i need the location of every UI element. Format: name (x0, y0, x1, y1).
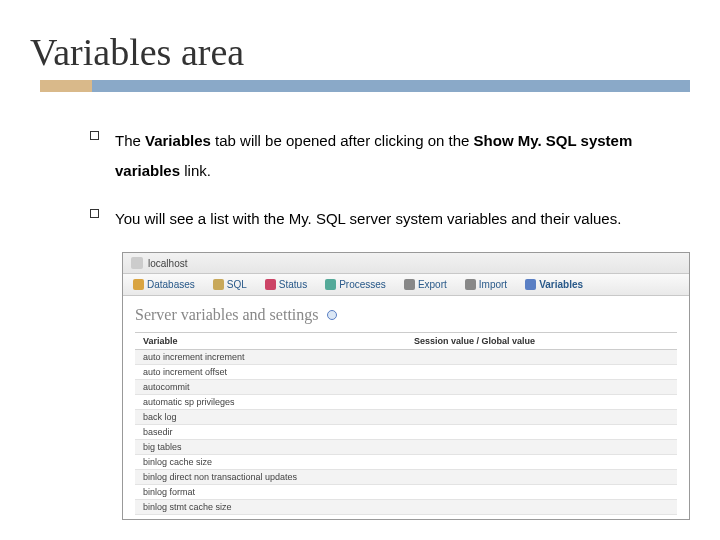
tab-label: Databases (147, 279, 195, 290)
table-row: auto increment increment (135, 350, 677, 365)
table-row: auto increment offset (135, 365, 677, 380)
breadcrumb-host: localhost (148, 258, 187, 269)
bullet-fragment: The (115, 132, 145, 149)
slide: Variables area The Variables tab will be… (0, 0, 720, 540)
var-name: auto increment offset (135, 365, 406, 379)
var-value (406, 425, 677, 439)
var-name: autocommit (135, 380, 406, 394)
bullet-text: You will see a list with the My. SQL ser… (115, 204, 621, 234)
var-value (406, 455, 677, 469)
var-value (406, 350, 677, 364)
var-name: binlog format (135, 485, 406, 499)
var-value (406, 395, 677, 409)
sql-icon (213, 279, 224, 290)
tab-label: SQL (227, 279, 247, 290)
bullet-bold: Variables (145, 132, 211, 149)
var-name: binlog direct non transactional updates (135, 470, 406, 484)
tab-label: Status (279, 279, 307, 290)
import-icon (465, 279, 476, 290)
table-header: Variable Session value / Global value (135, 332, 677, 350)
col-variable: Variable (135, 333, 406, 349)
var-name: automatic sp privileges (135, 395, 406, 409)
var-value (406, 500, 677, 514)
refresh-icon[interactable] (327, 310, 337, 320)
tab-label: Export (418, 279, 447, 290)
table-row: binlog stmt cache size (135, 500, 677, 515)
bullet-text: The Variables tab will be opened after c… (115, 126, 660, 186)
server-icon (131, 257, 143, 269)
bullet-marker-icon (90, 131, 99, 140)
tab-label: Import (479, 279, 507, 290)
table-row: big tables (135, 440, 677, 455)
bullet-item: You will see a list with the My. SQL ser… (90, 204, 660, 234)
var-name: basedir (135, 425, 406, 439)
tab-import[interactable]: Import (461, 277, 511, 292)
table-row: binlog direct non transactional updates (135, 470, 677, 485)
var-name: back log (135, 410, 406, 424)
var-value (406, 380, 677, 394)
tab-export[interactable]: Export (400, 277, 451, 292)
tab-variables[interactable]: Variables (521, 277, 587, 292)
processes-icon (325, 279, 336, 290)
table-row: binlog format (135, 485, 677, 500)
col-value: Session value / Global value (406, 333, 677, 349)
title-underline (40, 80, 690, 94)
panel-title-text: Server variables and settings (135, 306, 319, 324)
export-icon (404, 279, 415, 290)
underline-main (92, 80, 690, 92)
database-icon (133, 279, 144, 290)
var-value (406, 485, 677, 499)
tab-label: Processes (339, 279, 386, 290)
embedded-screenshot: localhost Databases SQL Status Processes… (122, 252, 690, 520)
slide-title: Variables area (30, 30, 690, 74)
tab-databases[interactable]: Databases (129, 277, 199, 292)
var-value (406, 440, 677, 454)
tab-label: Variables (539, 279, 583, 290)
var-name: big tables (135, 440, 406, 454)
underline-accent (40, 80, 92, 92)
bullet-fragment: link. (180, 162, 211, 179)
var-name: auto increment increment (135, 350, 406, 364)
breadcrumb: localhost (123, 253, 689, 274)
table-row: basedir (135, 425, 677, 440)
tab-strip: Databases SQL Status Processes Export Im… (123, 274, 689, 296)
table-row: back log (135, 410, 677, 425)
status-icon (265, 279, 276, 290)
bullet-marker-icon (90, 209, 99, 218)
variables-icon (525, 279, 536, 290)
table-row: automatic sp privileges (135, 395, 677, 410)
panel: Server variables and settings Variable S… (123, 296, 689, 519)
tab-sql[interactable]: SQL (209, 277, 251, 292)
table-row: binlog cache size (135, 455, 677, 470)
panel-title: Server variables and settings (135, 306, 677, 324)
var-value (406, 410, 677, 424)
tab-processes[interactable]: Processes (321, 277, 390, 292)
var-name: binlog stmt cache size (135, 500, 406, 514)
var-value (406, 470, 677, 484)
var-name: binlog cache size (135, 455, 406, 469)
bullet-list: The Variables tab will be opened after c… (90, 126, 660, 234)
var-value (406, 365, 677, 379)
bullet-fragment: tab will be opened after clicking on the (211, 132, 474, 149)
tab-status[interactable]: Status (261, 277, 311, 292)
table-row: autocommit (135, 380, 677, 395)
bullet-item: The Variables tab will be opened after c… (90, 126, 660, 186)
